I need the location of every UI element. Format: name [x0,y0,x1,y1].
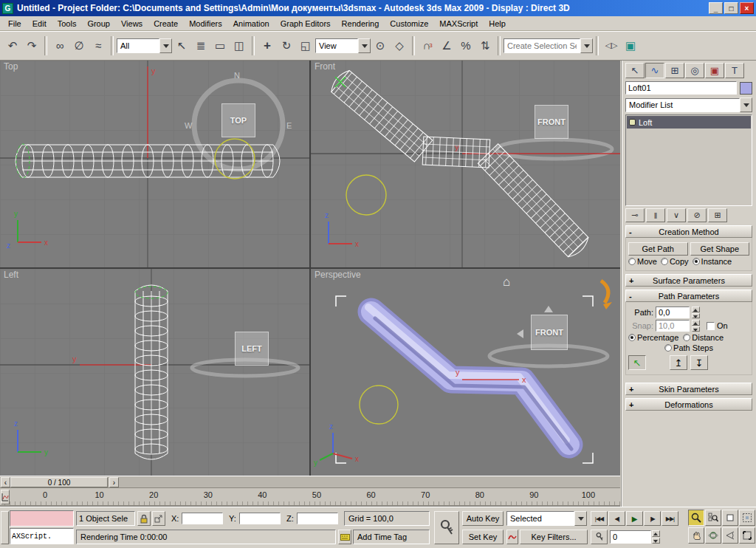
menu-item[interactable]: Animation [228,18,275,30]
key-filters-button[interactable]: Key Filters... [520,530,588,544]
select-by-name-icon[interactable]: ≣ [191,36,210,55]
play-button[interactable]: ▶ [626,511,643,526]
move-radio[interactable] [628,258,636,265]
pan-button[interactable] [688,527,704,544]
close-button[interactable]: × [740,2,754,14]
auto-key-button[interactable]: Auto Key [462,511,504,526]
menu-item[interactable]: Modifiers [184,18,227,30]
menu-item[interactable]: Views [116,18,148,30]
pick-shape-icon[interactable]: ↖ [628,355,646,370]
next-frame-button[interactable]: |▶ [644,511,661,526]
select-and-manipulate-icon[interactable]: ◇ [390,36,409,55]
viewport-perspective[interactable]: x y z x y Perspective ⌂ FRONT [311,269,620,476]
z-coordinate-field[interactable] [297,513,338,524]
viewport-label-top[interactable]: Top [4,61,18,72]
viewport-label-perspective[interactable]: Perspective [315,270,361,280]
menu-item[interactable]: Help [484,18,511,30]
field-of-view-button[interactable] [722,527,738,544]
get-path-button[interactable]: Get Path [628,242,688,256]
current-frame-field[interactable]: 0 [610,530,651,544]
absolute-offset-mode-icon[interactable] [152,511,165,526]
zoom-region-button[interactable] [739,510,755,526]
snap-spinner[interactable] [692,320,700,332]
display-tab-icon[interactable]: ▣ [705,63,724,78]
angle-snap-icon[interactable]: ∠ [437,36,456,55]
zoom-all-button[interactable] [705,510,721,526]
app-icon[interactable]: G [2,3,13,14]
snaps-toggle-icon[interactable]: ∩3 [418,36,437,55]
selection-set-input[interactable] [504,38,580,53]
rollout-path-parameters[interactable]: - Path Parameters [625,290,752,302]
modifier-visibility-icon[interactable] [629,119,636,126]
viewport-top[interactable]: y y x z W N E Top T [0,61,309,267]
distance-radio[interactable] [683,334,690,341]
select-and-scale-icon[interactable]: ◱ [296,36,315,55]
goto-start-button[interactable]: |◀◀ [591,511,608,526]
keyboard-override-icon[interactable] [338,530,351,544]
menu-item[interactable]: Create [148,18,183,30]
use-pivot-center-icon[interactable]: ⊙ [371,36,390,55]
select-and-move-icon[interactable]: + [258,36,277,55]
mirror-icon[interactable]: ◁▷ [602,36,621,55]
menu-item[interactable]: MAXScript [434,18,483,30]
rollout-creation-method[interactable]: - Creation Method [625,225,752,238]
set-keys-button[interactable] [434,511,459,544]
next-shape-icon[interactable]: ↧ [690,355,708,370]
copy-radio[interactable] [661,258,668,265]
path-steps-radio[interactable] [664,344,672,352]
snap-on-checkbox[interactable] [707,322,715,330]
menu-item[interactable]: Tools [52,18,82,30]
menu-item[interactable]: Graph Editors [275,18,336,30]
viewcube-top[interactable]: TOP [221,103,255,137]
select-object-icon[interactable]: ↖ [172,36,191,55]
time-forward-arrow[interactable]: › [109,477,119,487]
show-end-result-icon[interactable]: ‖ [646,208,665,222]
viewcube-perspective[interactable]: FRONT [531,315,568,350]
select-and-link-icon[interactable]: ∞ [50,36,69,55]
key-mode-toggle-button[interactable] [591,530,608,544]
viewcube-front[interactable]: FRONT [535,105,568,139]
percent-snap-icon[interactable]: % [456,36,475,55]
default-tangent-icon[interactable] [506,530,518,544]
goto-end-button[interactable]: ▶▶| [662,511,678,526]
redo-icon[interactable]: ↷ [22,36,41,55]
track-bar-ruler[interactable]: 0102030405060708090100 [0,488,620,507]
modifier-list-dropdown[interactable]: Modifier List [625,97,752,112]
y-coordinate-field[interactable] [239,513,281,524]
zoom-button[interactable] [688,510,704,526]
set-key-button[interactable]: Set Key [462,530,504,544]
previous-shape-icon[interactable]: ↥ [670,355,687,370]
dropdown-arrow-icon[interactable] [358,38,371,53]
bind-to-space-warp-icon[interactable]: ≈ [89,36,108,55]
percentage-radio[interactable] [628,334,636,341]
time-back-arrow[interactable]: ‹ [1,477,10,487]
maxscript-listener-input[interactable] [10,510,74,527]
menu-item[interactable]: Edit [27,18,52,30]
selected-set-dropdown[interactable]: Selected [506,511,587,526]
object-color-swatch[interactable] [740,82,752,95]
open-mini-curve-editor-icon[interactable] [1,490,10,504]
path-value-field[interactable]: 0,0 [656,306,690,318]
menu-item[interactable]: Group [82,18,115,30]
get-shape-button[interactable]: Get Shape [690,242,750,256]
selection-filter-dropdown[interactable]: All [117,38,172,53]
dropdown-arrow-icon[interactable] [580,38,593,53]
menu-item[interactable]: File [3,18,27,30]
time-tag-field[interactable]: Add Time Tag [353,530,430,544]
modifier-stack[interactable]: Loft [625,114,752,206]
orbit-button[interactable] [705,527,721,544]
menu-item[interactable]: Customize [385,18,433,30]
minimize-button[interactable]: _ [709,2,723,14]
path-spinner[interactable] [692,306,700,318]
viewport-left[interactable]: y z y Left LEFT [0,269,309,476]
object-name-field[interactable]: Loft01 [625,81,737,95]
create-tab-icon[interactable]: ↖ [625,63,645,78]
rollout-deformations[interactable]: + Deformations [625,398,752,411]
time-slider-track[interactable]: ‹ 0 / 100 › [0,476,620,488]
dropdown-arrow-icon[interactable] [740,97,752,112]
make-unique-icon[interactable]: ∨ [667,208,686,222]
modifier-stack-item-loft[interactable]: Loft [627,116,751,129]
snap-value-field[interactable]: 10,0 [656,320,690,332]
pin-stack-icon[interactable]: ⊸ [625,208,645,222]
maximize-viewport-button[interactable] [739,527,755,544]
